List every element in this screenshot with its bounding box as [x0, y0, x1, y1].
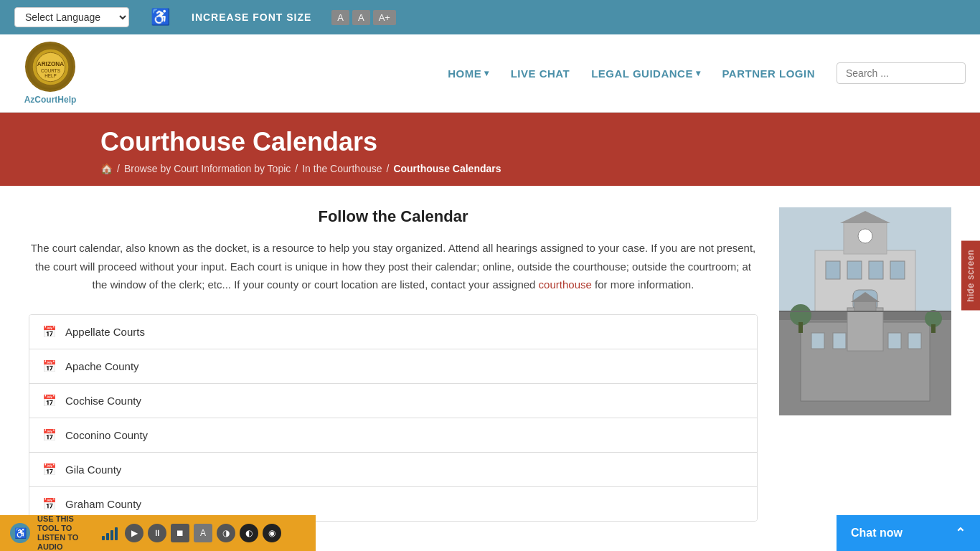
calendar-icon: 📅	[42, 325, 57, 339]
calendar-icon: 📅	[42, 497, 57, 511]
audio-signal-bars	[102, 526, 118, 540]
signal-bar-2	[106, 533, 109, 540]
audio-bw-button[interactable]: ◉	[263, 524, 281, 542]
court-list: 📅 Appellate Courts 📅 Apache County 📅 Coc…	[29, 314, 758, 522]
breadcrumb: 🏠 / Browse by Court Information by Topic…	[100, 163, 951, 174]
audio-invert-button[interactable]: ◐	[240, 524, 258, 542]
svg-rect-13	[869, 261, 883, 279]
court-name: Graham County	[65, 498, 141, 510]
content-left: Follow the Calendar The court calendar, …	[29, 207, 758, 522]
audio-stop-button[interactable]: ⏹	[171, 524, 189, 542]
breadcrumb-in-courthouse[interactable]: In the Courthouse	[302, 163, 382, 174]
court-name: Cochise County	[65, 395, 141, 407]
calendar-icon: 📅	[42, 428, 57, 442]
svg-text:COURTS: COURTS	[41, 67, 60, 72]
nav-live-chat[interactable]: LIVE CHAT	[511, 67, 570, 80]
font-small-button[interactable]: A	[331, 10, 349, 25]
intro-text: The court calendar, also known as the do…	[29, 239, 758, 294]
font-large-button[interactable]: A+	[373, 10, 396, 25]
svg-rect-26	[798, 322, 803, 333]
calendar-icon: 📅	[42, 463, 57, 476]
svg-rect-21	[811, 333, 824, 349]
list-item[interactable]: 📅 Coconino County	[29, 418, 757, 453]
court-name: Coconino County	[65, 429, 148, 441]
court-name: Gila County	[65, 463, 121, 476]
font-medium-button[interactable]: A	[352, 10, 370, 25]
legal-guidance-dropdown-icon: ▾	[696, 68, 701, 78]
audio-label: USE THIS TOOL TO LISTEN TO AUDIO	[37, 514, 95, 543]
breadcrumb-court-info[interactable]: Browse by Court Information by Topic	[124, 163, 291, 174]
main-navigation: HOME ▾ LIVE CHAT LEGAL GUIDANCE ▾ PARTNE…	[448, 62, 966, 84]
font-size-buttons: A A A+	[331, 10, 396, 25]
nav-partner-login[interactable]: PARTNER LOGIN	[722, 67, 815, 80]
audio-controls: ▶ ⏸ ⏹ A ◑ ◐ ◉	[125, 524, 281, 542]
svg-rect-12	[847, 261, 862, 279]
svg-rect-22	[833, 333, 846, 349]
hide-screen-tab[interactable]: hide screen	[961, 240, 980, 310]
language-selector[interactable]: Select Language	[14, 7, 129, 27]
list-item[interactable]: 📅 Gila County	[29, 453, 757, 487]
svg-rect-19	[854, 301, 876, 311]
audio-text-button[interactable]: A	[194, 524, 212, 542]
logo-text: AzCourtHelp	[24, 95, 77, 105]
chat-bar[interactable]: Chat now ⌃	[837, 515, 980, 543]
svg-point-10	[858, 229, 872, 243]
accessibility-icon: ♿	[151, 8, 170, 27]
audio-contrast-button[interactable]: ◑	[217, 524, 235, 542]
courthouse-link[interactable]: courthouse	[539, 278, 592, 291]
courthouse-svg	[779, 207, 951, 415]
accessibility-audio-icon: ♿	[10, 523, 30, 543]
signal-bar-3	[110, 530, 113, 540]
main-header: ARIZONA COURTS HELP AzCourtHelp HOME ▾ L…	[0, 34, 980, 113]
logo-area: ARIZONA COURTS HELP AzCourtHelp	[14, 42, 86, 105]
breadcrumb-current: Courthouse Calendars	[393, 163, 501, 174]
top-bar: Select Language ♿ INCREASE FONT SIZE A A…	[0, 0, 980, 34]
calendar-icon: 📅	[42, 394, 57, 408]
nav-home[interactable]: HOME ▾	[448, 67, 489, 80]
breadcrumb-home[interactable]: 🏠	[100, 163, 113, 174]
nav-legal-guidance[interactable]: LEGAL GUIDANCE ▾	[591, 67, 700, 80]
site-logo: ARIZONA COURTS HELP	[25, 42, 75, 92]
main-content: Follow the Calendar The court calendar, …	[0, 186, 980, 543]
signal-bar-1	[102, 536, 105, 540]
content-right	[779, 207, 951, 522]
list-item[interactable]: 📅 Apache County	[29, 349, 757, 384]
court-name: Apache County	[65, 360, 139, 372]
calendar-icon: 📅	[42, 359, 57, 373]
svg-rect-28	[931, 324, 936, 333]
svg-rect-18	[847, 308, 883, 351]
svg-text:ARIZONA: ARIZONA	[37, 60, 64, 67]
courthouse-image	[779, 207, 951, 415]
list-item[interactable]: 📅 Cochise County	[29, 384, 757, 418]
page-title-bar: Courthouse Calendars 🏠 / Browse by Court…	[0, 113, 980, 186]
court-name: Appellate Courts	[65, 326, 145, 338]
svg-text:HELP: HELP	[44, 73, 57, 78]
audio-pause-button[interactable]: ⏸	[148, 524, 166, 542]
font-size-label: INCREASE FONT SIZE	[192, 11, 311, 23]
logo-svg: ARIZONA COURTS HELP	[31, 47, 70, 87]
svg-rect-11	[826, 261, 840, 279]
svg-rect-24	[908, 333, 921, 349]
audio-play-button[interactable]: ▶	[125, 524, 143, 542]
chat-expand-icon: ⌃	[955, 525, 966, 541]
signal-bar-4	[115, 527, 118, 540]
search-input[interactable]	[837, 62, 966, 84]
list-item[interactable]: 📅 Appellate Courts	[29, 315, 757, 349]
svg-rect-23	[888, 333, 901, 349]
audio-bar: ♿ USE THIS TOOL TO LISTEN TO AUDIO ▶ ⏸ ⏹…	[0, 515, 316, 543]
section-title: Follow the Calendar	[29, 207, 758, 226]
home-dropdown-icon: ▾	[484, 68, 489, 78]
chat-label: Chat now	[851, 527, 903, 540]
page-title: Courthouse Calendars	[100, 127, 951, 157]
svg-rect-14	[890, 261, 905, 279]
